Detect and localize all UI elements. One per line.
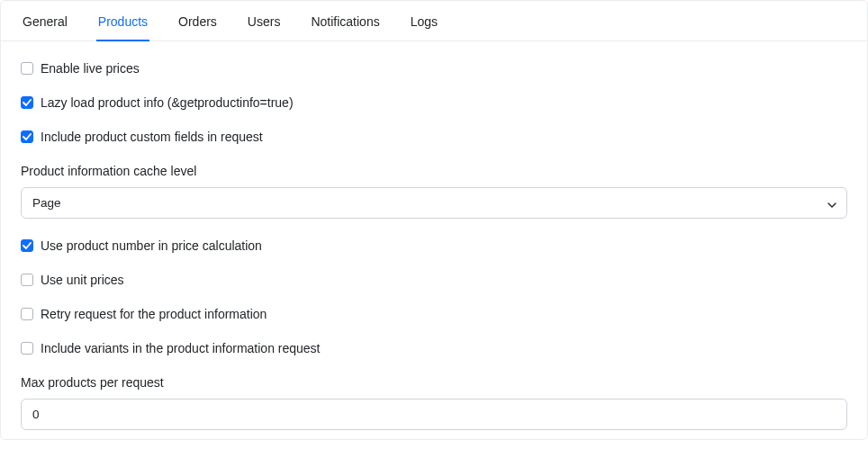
lazy-load-label[interactable]: Lazy load product info (&getproductinfo=… <box>41 95 294 110</box>
lazy-load-row: Lazy load product info (&getproductinfo=… <box>21 95 847 110</box>
include-variants-label[interactable]: Include variants in the product informat… <box>41 341 321 355</box>
tab-content: Enable live prices Lazy load product inf… <box>1 41 867 439</box>
enable-live-prices-label[interactable]: Enable live prices <box>41 61 140 76</box>
use-unit-prices-label[interactable]: Use unit prices <box>41 273 124 287</box>
enable-live-prices-row: Enable live prices <box>21 61 847 76</box>
tab-orders[interactable]: Orders <box>176 2 219 41</box>
use-product-number-checkbox[interactable] <box>21 239 33 252</box>
cache-level-label: Product information cache level <box>21 164 847 178</box>
include-custom-fields-checkbox[interactable] <box>21 130 33 143</box>
tab-logs[interactable]: Logs <box>409 2 439 41</box>
include-custom-fields-row: Include product custom fields in request <box>21 130 847 144</box>
max-products-group: Max products per request <box>21 375 847 430</box>
retry-request-label[interactable]: Retry request for the product informatio… <box>41 307 267 321</box>
tab-products[interactable]: Products <box>96 2 149 41</box>
tab-general[interactable]: General <box>21 2 69 41</box>
include-variants-checkbox[interactable] <box>21 342 33 355</box>
cache-level-select-wrap: Page <box>21 187 847 219</box>
check-icon <box>23 132 32 141</box>
include-variants-row: Include variants in the product informat… <box>21 341 847 355</box>
lazy-load-checkbox[interactable] <box>21 96 33 109</box>
use-product-number-row: Use product number in price calculation <box>21 238 847 253</box>
enable-live-prices-checkbox[interactable] <box>21 62 33 75</box>
cache-level-group: Product information cache level Page <box>21 164 847 219</box>
tab-notifications[interactable]: Notifications <box>309 2 381 41</box>
retry-request-row: Retry request for the product informatio… <box>21 307 847 321</box>
max-products-input[interactable] <box>21 399 847 430</box>
cache-level-select[interactable]: Page <box>21 187 847 219</box>
settings-panel: General Products Orders Users Notificati… <box>0 0 868 440</box>
tab-users[interactable]: Users <box>246 2 283 41</box>
retry-request-checkbox[interactable] <box>21 308 33 320</box>
use-unit-prices-checkbox[interactable] <box>21 274 33 286</box>
check-icon <box>23 98 32 107</box>
check-icon <box>23 241 32 250</box>
use-product-number-label[interactable]: Use product number in price calculation <box>41 238 262 253</box>
tabs-bar: General Products Orders Users Notificati… <box>1 1 867 41</box>
max-products-label: Max products per request <box>21 375 847 390</box>
include-custom-fields-label[interactable]: Include product custom fields in request <box>41 130 263 144</box>
use-unit-prices-row: Use unit prices <box>21 273 847 287</box>
